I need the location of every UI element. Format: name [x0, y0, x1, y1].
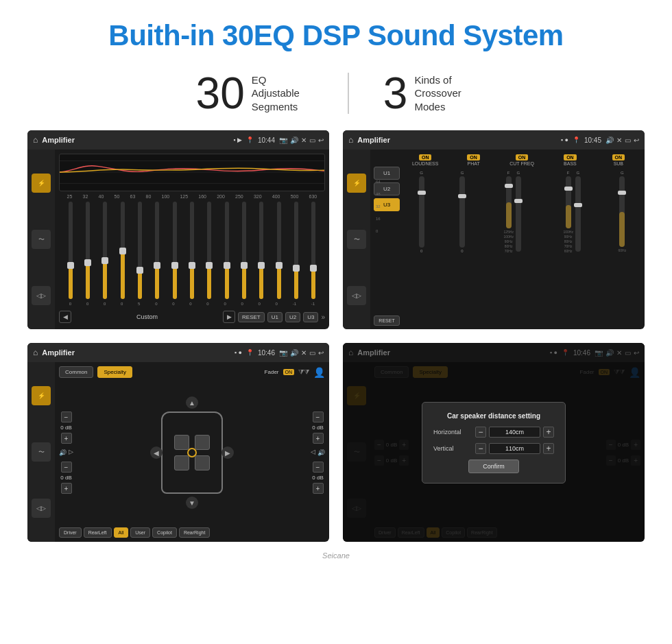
- eq-reset-btn[interactable]: RESET: [238, 312, 265, 322]
- window-icon[interactable]: ▭: [309, 136, 315, 144]
- vol-icon-btn-3[interactable]: ◁▷: [32, 499, 51, 518]
- slider-col-7: [166, 200, 183, 300]
- stat-crossover-number: 3: [383, 71, 408, 115]
- expand-icon[interactable]: »: [321, 313, 325, 321]
- screen3-topbar: ⌂ Amplifier ▪ ● 📍 10:46 📷 🔊 ✕ ▭ ↩: [27, 343, 329, 362]
- nav-up[interactable]: ▲: [186, 396, 198, 409]
- section-bass: BASS: [564, 161, 577, 166]
- specialty-main-area: Common Specialty Fader ON ⧩⧩ 👤 − 0 dB +: [55, 362, 329, 542]
- screen-distance: ⌂ Amplifier ▪ ● 📍 10:46 📷 🔊 ✕ ▭ ↩ ⚡ 〜 ◁▷: [343, 343, 645, 542]
- slider-col-14: [287, 200, 304, 300]
- window-icon-2[interactable]: ▭: [625, 136, 631, 144]
- zone-all[interactable]: All: [114, 527, 129, 538]
- eq-graph: [59, 154, 325, 191]
- screen2-topbar: ⌂ Amplifier ▪ ● 📍 10:45 🔊 ✕ ▭ ↩: [343, 130, 645, 150]
- nav-left[interactable]: ◀: [150, 446, 163, 459]
- screen1-title: Amplifier: [42, 136, 75, 144]
- on-badge-cutfreq: ON: [516, 154, 529, 160]
- back-icon-2[interactable]: ↩: [634, 136, 639, 144]
- vol-ctrl-bottomright: − 0 dB +: [312, 462, 323, 494]
- stat-crossover-desc: Kinds ofCrossover Modes: [414, 73, 476, 114]
- vol-plus-2[interactable]: +: [61, 483, 72, 494]
- vertical-minus-btn[interactable]: −: [475, 443, 486, 454]
- wave-icon-btn[interactable]: 〜: [32, 230, 51, 249]
- fader-icon: ⧩⧩: [298, 368, 309, 377]
- nav-down[interactable]: ▼: [186, 497, 198, 509]
- home-icon[interactable]: ⌂: [33, 135, 38, 145]
- distance-dialog-overlay: Car speaker distance setting Horizontal …: [343, 343, 645, 542]
- vol-minus-4[interactable]: −: [313, 462, 324, 473]
- camera-icon-3[interactable]: 📷: [279, 349, 287, 357]
- window-icon-3[interactable]: ▭: [309, 349, 315, 357]
- screen-crossover: ⌂ Amplifier ▪ ● 📍 10:45 🔊 ✕ ▭ ↩ ⚡ 〜 ◁▷ U…: [343, 130, 645, 329]
- common-tab[interactable]: Common: [59, 366, 93, 378]
- slider-col-12: [253, 200, 270, 300]
- eq-value-labels: 0000500000000-1-1: [59, 302, 325, 306]
- crossover-main-area: U1 U2 U3 RESET ON LOUDNESS ON PHAT: [370, 150, 645, 329]
- stat-eq-number: 30: [196, 71, 245, 115]
- vol-icon-btn-2[interactable]: ◁▷: [347, 286, 366, 305]
- eq-prev-btn[interactable]: ◀: [59, 311, 71, 323]
- eq-next-btn[interactable]: ▶: [223, 311, 235, 323]
- screen2-pin-icon: 📍: [573, 136, 580, 143]
- page-title: Buith-in 30EQ DSP Sound System: [14, 19, 658, 52]
- seat-rl: [174, 455, 189, 470]
- camera-icon[interactable]: 📷: [279, 136, 287, 144]
- eq-icon-btn[interactable]: ⚡: [32, 174, 51, 193]
- screenshots-grid: ⌂ Amplifier ▪ ▶ 📍 10:44 📷 🔊 ✕ ▭ ↩ ⚡ 〜 ◁▷: [0, 130, 672, 549]
- zone-copilot[interactable]: Copilot: [152, 527, 177, 538]
- confirm-button[interactable]: Confirm: [468, 460, 519, 473]
- eq-u3-btn[interactable]: U3: [303, 312, 318, 322]
- horizontal-minus-btn[interactable]: −: [475, 427, 486, 438]
- nav-right[interactable]: ▶: [221, 446, 234, 459]
- wave-icon-btn-3[interactable]: 〜: [32, 442, 51, 462]
- person-icon: 👤: [313, 367, 325, 378]
- vol-plus-3[interactable]: +: [313, 433, 324, 444]
- screen1-sidebar: ⚡ 〜 ◁▷: [27, 150, 55, 329]
- slider-col-3: [97, 200, 114, 300]
- home-icon-2[interactable]: ⌂: [348, 135, 353, 145]
- specialty-tab[interactable]: Specialty: [97, 366, 132, 378]
- vol-icon-3[interactable]: 🔊: [290, 349, 298, 357]
- preset-u1[interactable]: U1: [374, 167, 400, 180]
- section-sub: SUB: [614, 161, 623, 166]
- eq-u2-btn[interactable]: U2: [285, 312, 300, 322]
- back-icon[interactable]: ↩: [318, 136, 324, 144]
- screen-eq: ⌂ Amplifier ▪ ▶ 📍 10:44 📷 🔊 ✕ ▭ ↩ ⚡ 〜 ◁▷: [27, 130, 329, 329]
- page-header: Buith-in 30EQ DSP Sound System: [0, 0, 672, 64]
- screen2-title: Amplifier: [357, 136, 390, 144]
- vol-icon-2[interactable]: 🔊: [605, 136, 614, 144]
- back-icon-3[interactable]: ↩: [318, 349, 324, 357]
- zone-rearright[interactable]: RearRight: [179, 527, 211, 538]
- vol-plus-1[interactable]: +: [61, 433, 72, 444]
- spec-tab-bar: Common Specialty Fader ON ⧩⧩ 👤: [59, 366, 325, 378]
- arrow-fl: ◁: [69, 449, 73, 456]
- screen3-icon2: ▪ ●: [235, 349, 242, 356]
- vertical-plus-btn[interactable]: +: [543, 443, 554, 454]
- zone-driver[interactable]: Driver: [59, 527, 82, 538]
- volume-icon[interactable]: 🔊: [290, 136, 298, 144]
- eq-icon-btn-2[interactable]: ⚡: [347, 174, 366, 193]
- vol-value-1: 0 dB: [60, 425, 71, 431]
- close-icon-2[interactable]: ✕: [616, 136, 622, 144]
- crossover-presets: U1 U2 U3 RESET: [374, 153, 400, 326]
- vol-icon-btn[interactable]: ◁▷: [32, 286, 51, 305]
- section-cutfreq: CUT FREQ: [509, 161, 534, 166]
- home-icon-3[interactable]: ⌂: [33, 348, 38, 357]
- wave-icon-btn-2[interactable]: 〜: [347, 230, 366, 249]
- close-icon[interactable]: ✕: [301, 136, 307, 144]
- spec-zone-buttons: Driver RearLeft All User Copilot RearRig…: [59, 527, 325, 538]
- crossover-reset-btn[interactable]: RESET: [374, 315, 400, 326]
- zone-rearleft[interactable]: RearLeft: [84, 527, 112, 538]
- vol-minus-1[interactable]: −: [61, 412, 72, 422]
- on-badge-loudness: ON: [419, 154, 432, 160]
- vol-plus-4[interactable]: +: [313, 483, 324, 494]
- eq-u1-btn[interactable]: U1: [267, 312, 283, 322]
- vol-minus-3[interactable]: −: [313, 412, 324, 422]
- close-icon-3[interactable]: ✕: [301, 349, 307, 357]
- eq-icon-btn-3[interactable]: ⚡: [32, 386, 51, 405]
- vol-minus-2[interactable]: −: [61, 462, 72, 473]
- zone-user[interactable]: User: [130, 527, 150, 538]
- horizontal-plus-btn[interactable]: +: [543, 427, 554, 438]
- eq-main-area: 253240506380100125160200250320400500630: [55, 150, 329, 329]
